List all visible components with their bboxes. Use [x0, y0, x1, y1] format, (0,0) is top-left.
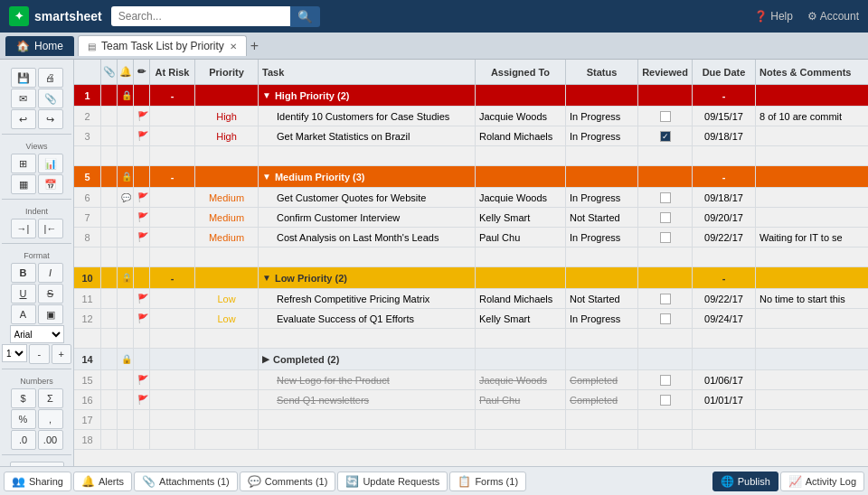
account-link[interactable]: ⚙ Account [807, 10, 859, 23]
redo-button[interactable]: ↪ [38, 109, 63, 129]
email-button[interactable]: ✉ [11, 89, 36, 108]
reviewed-checkbox[interactable] [660, 375, 671, 386]
help-link[interactable]: ❓ Help [754, 10, 793, 23]
cell-task[interactable]: Send Q1 newsletters [259, 390, 476, 409]
cell-task[interactable] [259, 146, 476, 165]
cell-reviewed[interactable] [638, 329, 693, 348]
assigned-col-header[interactable]: Assigned To [476, 60, 566, 84]
group-row[interactable]: 14🔒▶Completed (2) [74, 349, 868, 370]
cell-icon[interactable] [134, 410, 150, 429]
cell-task[interactable]: Refresh Competitive Pricing Matrix [259, 289, 476, 308]
card-view-button[interactable]: ▦ [11, 174, 36, 194]
decimal-up-button[interactable]: .00 [38, 430, 63, 450]
cell-priority[interactable] [195, 410, 259, 429]
task-col-header[interactable]: Task [259, 60, 476, 84]
reviewed-checkbox[interactable] [660, 192, 671, 203]
cell-duedate[interactable] [693, 146, 756, 165]
search-button[interactable]: 🔍 [290, 6, 320, 27]
cell-reviewed[interactable] [638, 107, 693, 126]
cell-task[interactable] [259, 410, 476, 429]
cell-icon[interactable] [118, 410, 134, 429]
reviewed-checkbox[interactable]: ✓ [660, 131, 671, 142]
cell-assigned[interactable] [476, 248, 566, 266]
cell-duedate[interactable] [693, 410, 756, 429]
strikethrough-button[interactable]: S [38, 284, 63, 304]
grid-view-button[interactable]: ⊞ [11, 154, 36, 173]
empty-row[interactable] [74, 146, 868, 166]
insert-button[interactable]: ⊕ Insert [10, 462, 64, 466]
table-row[interactable]: 6💬🚩MediumGet Customer Quotes for Website… [74, 188, 868, 208]
reviewed-checkbox[interactable] [660, 395, 671, 406]
cell-task[interactable] [259, 329, 476, 348]
save-button[interactable]: 💾 [11, 68, 36, 88]
cell-task[interactable]: ▼Low Priority (2) [259, 267, 476, 288]
cell-duedate[interactable] [693, 329, 756, 348]
cell-task[interactable]: ▼Medium Priority (3) [259, 166, 476, 187]
attachments-button[interactable]: 📎 Attachments (1) [134, 472, 238, 491]
reviewed-checkbox[interactable] [660, 313, 671, 324]
cell-reviewed[interactable] [638, 410, 693, 429]
gantt-view-button[interactable]: 📊 [38, 154, 63, 173]
cell-task[interactable]: Evaluate Success of Q1 Efforts [259, 309, 476, 328]
reviewed-checkbox[interactable] [660, 232, 671, 243]
cell-duedate[interactable] [693, 248, 756, 266]
table-row[interactable]: 3🚩HighGet Market Statistics on BrazilRol… [74, 126, 868, 146]
forms-button[interactable]: 📋 Forms (1) [449, 472, 526, 491]
cell-reviewed[interactable] [638, 248, 693, 266]
indent-left-button[interactable]: |← [38, 219, 63, 238]
italic-button[interactable]: I [38, 263, 63, 283]
notes-col-header[interactable]: Notes & Comments [756, 60, 868, 84]
cell-duedate[interactable] [693, 430, 756, 449]
cell-icon[interactable] [101, 329, 118, 348]
cell-assigned[interactable] [476, 430, 566, 449]
cell-task[interactable]: Get Customer Quotes for Website [259, 188, 476, 207]
empty-row[interactable]: 18 [74, 430, 868, 450]
calendar-view-button[interactable]: 📅 [38, 174, 63, 194]
update-requests-button[interactable]: 🔄 Update Requests [337, 472, 448, 491]
cell-reviewed[interactable] [638, 208, 693, 227]
cell-icon[interactable] [134, 430, 150, 449]
cell-notes[interactable] [756, 430, 868, 449]
cell-task[interactable]: ▶Completed (2) [259, 349, 476, 369]
cell-assigned[interactable] [476, 329, 566, 348]
table-row[interactable]: 12🚩LowEvaluate Success of Q1 EffortsKell… [74, 309, 868, 329]
publish-button[interactable]: 🌐 Publish [712, 472, 778, 491]
fill-color-button[interactable]: ▣ [38, 304, 63, 324]
comma-button[interactable]: , [38, 409, 63, 429]
font-size-select[interactable]: 10 [2, 344, 27, 362]
sharing-button[interactable]: 👥 Sharing [4, 472, 71, 491]
cell-task[interactable]: New Logo for the Product [259, 370, 476, 389]
comments-button[interactable]: 💬 Comments (1) [240, 472, 336, 491]
cell-icon[interactable] [118, 146, 134, 165]
font-size-up-button[interactable]: + [52, 344, 72, 364]
cell-reviewed[interactable] [638, 430, 693, 449]
cell-reviewed[interactable] [638, 289, 693, 308]
cell-icon[interactable] [118, 329, 134, 348]
empty-row[interactable] [74, 329, 868, 349]
cell-icon[interactable] [134, 329, 150, 348]
font-select[interactable]: Arial [10, 325, 64, 343]
group-row[interactable]: 10🔒-▼Low Priority (2)- [74, 267, 868, 289]
add-tab-button[interactable]: + [250, 38, 259, 54]
cell-priority[interactable] [195, 329, 259, 348]
home-tab[interactable]: 🏠 Home [5, 36, 74, 56]
cell-notes[interactable] [756, 146, 868, 165]
cell-priority[interactable] [195, 430, 259, 449]
cell-assigned[interactable] [476, 410, 566, 429]
empty-row[interactable] [74, 248, 868, 267]
reviewed-col-header[interactable]: Reviewed [638, 60, 693, 84]
search-input[interactable] [111, 6, 292, 26]
cell-status[interactable] [566, 329, 638, 348]
group-row[interactable]: 5🔒-▼Medium Priority (3)- [74, 166, 868, 188]
cell-atrisk[interactable] [150, 146, 195, 165]
cell-task[interactable]: Identify 10 Customers for Case Studies [259, 107, 476, 126]
cell-reviewed[interactable] [638, 146, 693, 165]
table-row[interactable]: 11🚩LowRefresh Competitive Pricing Matrix… [74, 289, 868, 309]
cell-atrisk[interactable] [150, 248, 195, 266]
cell-reviewed[interactable] [638, 228, 693, 247]
cell-notes[interactable] [756, 329, 868, 348]
cell-atrisk[interactable] [150, 430, 195, 449]
cell-reviewed[interactable] [638, 370, 693, 389]
cell-task[interactable]: Cost Analysis on Last Month's Leads [259, 228, 476, 247]
activity-log-button[interactable]: 📈 Activity Log [780, 472, 864, 491]
